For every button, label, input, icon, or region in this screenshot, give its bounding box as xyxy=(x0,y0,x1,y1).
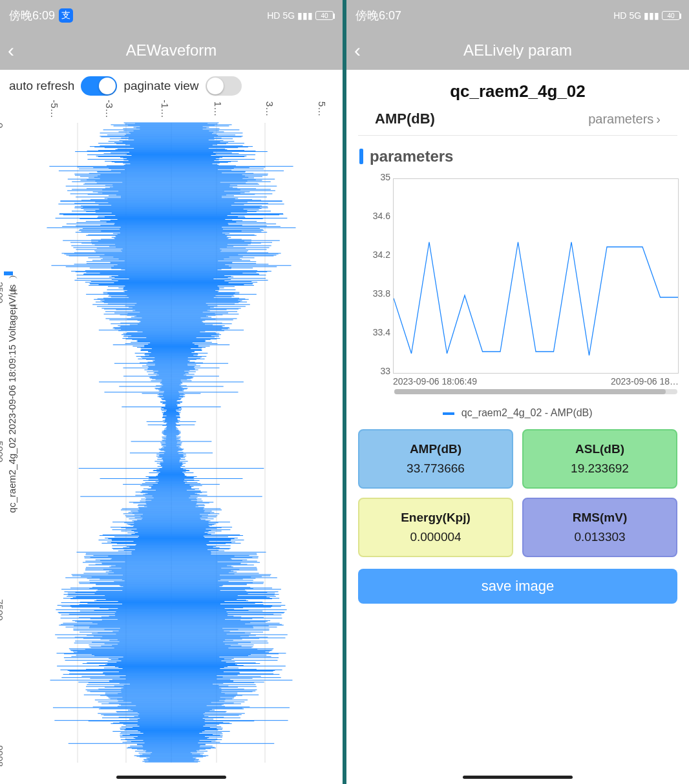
chevron-right-icon: › xyxy=(656,112,661,127)
signal-5g-icon: 5G ▮▮▮ xyxy=(629,10,659,21)
card-asl[interactable]: ASL(dB) 19.233692 xyxy=(522,429,677,489)
x-tick: 2023-09-06 18:06:49 xyxy=(393,376,477,387)
x-tick: 2023-09-06 18… xyxy=(611,376,679,387)
battery-icon: 40 xyxy=(662,11,680,20)
page-title: AELively param xyxy=(354,41,681,59)
y-tick: 35 xyxy=(380,172,390,182)
home-indicator[interactable] xyxy=(116,776,226,779)
battery-icon: 40 xyxy=(315,11,334,20)
status-bar: 傍晚6:09 支 HD 5G ▮▮▮ 40 xyxy=(0,0,343,31)
toolbar: auto refresh paginate view xyxy=(0,70,343,100)
auto-refresh-toggle[interactable] xyxy=(81,76,117,96)
y-tick: 34.2 xyxy=(373,249,390,260)
card-key: Energy(Kpj) xyxy=(362,511,509,525)
selected-param: AMP(dB) xyxy=(375,111,435,127)
y-tick: 33.4 xyxy=(373,327,390,337)
y-tick: 33 xyxy=(380,366,390,376)
card-key: AMP(dB) xyxy=(362,442,509,456)
status-time: 傍晚6:09 xyxy=(9,8,55,23)
line-chart[interactable]: 35 34.6 34.2 33.8 33.4 33 2023-09-06 18:… xyxy=(353,173,683,406)
section-header: parameters xyxy=(346,136,689,171)
phone-right: 傍晚6:07 HD 5G ▮▮▮ 40 ‹ AELively param qc_… xyxy=(346,0,689,784)
signal-5g-icon: 5G ▮▮▮ xyxy=(282,10,313,21)
card-value: 0.013303 xyxy=(526,530,673,544)
chart-line xyxy=(394,179,678,373)
status-bar: 傍晚6:07 HD 5G ▮▮▮ 40 xyxy=(346,0,689,31)
chart-y-axis: 35 34.6 34.2 33.8 33.4 33 xyxy=(357,173,390,377)
hd-icon: HD xyxy=(267,10,280,21)
chart-plot-area xyxy=(393,178,679,374)
legend-label: qc_raem2_4g_02 - AMP(dB) xyxy=(461,407,593,418)
hd-icon: HD xyxy=(613,10,626,21)
home-indicator[interactable] xyxy=(463,776,573,779)
page-title: AEWaveform xyxy=(8,41,335,59)
save-image-button[interactable]: save image xyxy=(358,569,677,604)
waveform-chart[interactable]: -5… -3… -1… 1… 3… 5… 0 2500 5000 7500 99… xyxy=(0,97,343,784)
paginate-toggle[interactable] xyxy=(206,76,242,96)
status-icons: HD 5G ▮▮▮ 40 xyxy=(267,10,334,21)
section-title: parameters xyxy=(370,147,453,165)
phone-left: 傍晚6:09 支 HD 5G ▮▮▮ 40 ‹ AEWaveform auto … xyxy=(0,0,343,784)
device-name: qc_raem2_4g_02 xyxy=(346,81,689,101)
card-value: 19.233692 xyxy=(526,461,673,476)
card-key: RMS(mV) xyxy=(526,511,673,525)
chart-legend: qc_raem2_4g_02 - AMP(dB) xyxy=(346,407,689,419)
nav-bar: ‹ AELively param xyxy=(346,31,689,70)
parameters-link-label: parameters xyxy=(588,112,653,127)
y-tick: 34.6 xyxy=(373,211,390,221)
card-value: 0.000004 xyxy=(362,530,509,544)
card-amp[interactable]: AMP(dB) 33.773666 xyxy=(358,429,513,489)
card-energy[interactable]: Energy(Kpj) 0.000004 xyxy=(358,498,513,557)
auto-refresh-label: auto refresh xyxy=(9,79,74,93)
status-icons: HD 5G ▮▮▮ 40 xyxy=(613,10,680,21)
card-key: ASL(dB) xyxy=(526,442,673,456)
alipay-icon: 支 xyxy=(59,8,73,23)
chart-scrollbar[interactable] xyxy=(394,389,677,394)
param-selector-row[interactable]: AMP(dB) parameters › xyxy=(358,111,677,136)
param-cards: AMP(dB) 33.773666 ASL(dB) 19.233692 Ener… xyxy=(346,419,689,564)
card-rms[interactable]: RMS(mV) 0.013303 xyxy=(522,498,677,557)
legend-swatch xyxy=(443,412,454,415)
status-time: 傍晚6:07 xyxy=(355,8,401,23)
paginate-label: paginate view xyxy=(123,79,198,93)
card-value: 33.773666 xyxy=(362,461,509,476)
section-accent-bar xyxy=(359,149,363,164)
waveform-plot xyxy=(0,97,343,782)
parameters-link[interactable]: parameters › xyxy=(588,112,661,127)
y-tick: 33.8 xyxy=(373,288,390,299)
chart-x-axis: 2023-09-06 18:06:49 2023-09-06 18… xyxy=(393,376,679,387)
nav-bar: ‹ AEWaveform xyxy=(0,31,343,70)
